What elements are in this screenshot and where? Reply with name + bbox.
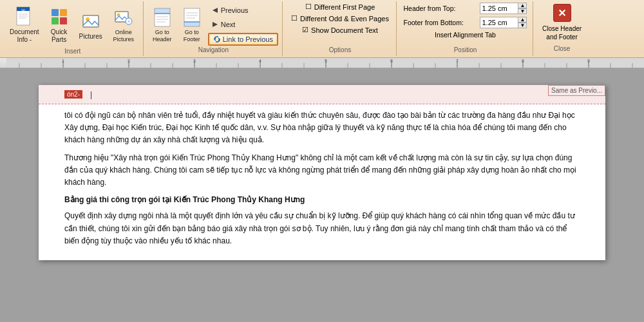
close-x-icon: ✕ [558, 7, 566, 19]
footer-from-bottom-value: 1.25 cm [482, 19, 507, 26]
different-odd-even-checkbox[interactable]: ☐ Different Odd & Even Pages [291, 14, 389, 23]
svg-marker-29 [213, 22, 218, 27]
online-pictures-button[interactable]: + Online Pictures [108, 3, 139, 48]
different-first-page-label: Different First Page [314, 3, 375, 11]
doc-paragraph-0: tôi có đội ngũ cán bộ nhân viên trẻ tuổi… [64, 109, 580, 147]
header-spin-up[interactable]: ▲ [518, 3, 527, 8]
position-group: Header from Top: 1.25 cm ▲ ▼ Footer from… [398, 1, 533, 56]
pictures-icon [80, 11, 101, 32]
go-to-header-icon [152, 7, 173, 28]
pictures-label: Pictures [79, 33, 102, 40]
doc-paragraph-3: Quyết định xây dựng ngôi nhà là một quyế… [64, 210, 580, 247]
same-as-prev-text: Same as Previo... [551, 87, 602, 94]
svg-text:5: 5 [325, 59, 327, 63]
footer-spin-up[interactable]: ▲ [518, 17, 527, 23]
go-to-header-button[interactable]: Go to Header [149, 4, 176, 46]
navigation-group: Go to Header Go to Footer [145, 1, 283, 56]
insert-label: Insert [64, 48, 80, 56]
next-button[interactable]: Next [208, 19, 278, 30]
svg-text:8: 8 [522, 59, 524, 63]
svg-rect-24 [184, 22, 200, 26]
navigation-group-content: Go to Header Go to Footer [149, 4, 278, 46]
svg-text:7: 7 [456, 59, 459, 63]
go-to-footer-label: Go to Footer [184, 29, 200, 43]
close-x-button[interactable]: ✕ [553, 4, 571, 22]
ribbon: W Document Info - [0, 0, 644, 58]
go-to-footer-button[interactable]: Go to Footer [178, 4, 205, 46]
show-document-text-checkbox[interactable]: ☑ Show Document Text [302, 26, 378, 34]
link-to-previous-button[interactable]: Link to Previous [208, 33, 278, 46]
quick-parts-button[interactable]: Quick Parts [45, 3, 73, 48]
header-from-top-row: Header from Top: 1.25 cm ▲ ▼ [403, 3, 527, 14]
document-info-button[interactable]: W Document Info - [6, 3, 43, 48]
svg-text:3: 3 [193, 59, 196, 63]
footer-spin-down[interactable]: ▼ [518, 23, 527, 28]
svg-rect-6 [52, 9, 59, 16]
previous-button[interactable]: Previous [208, 5, 278, 16]
online-pictures-icon: + [113, 7, 134, 28]
close-group: ✕ Close Header and Footer Close [535, 1, 589, 56]
options-group-content: ☐ Different First Page ☐ Different Odd &… [291, 3, 389, 46]
svg-text:9: 9 [587, 59, 590, 63]
insert-group: W Document Info - [3, 1, 144, 56]
header-from-top-spinner[interactable]: ▲ ▼ [518, 3, 527, 14]
footer-from-bottom-spinner[interactable]: ▲ ▼ [518, 17, 527, 28]
svg-text:2: 2 [128, 59, 130, 63]
show-document-text-check-icon: ☑ [302, 26, 308, 34]
header-from-top-label: Header from Top: [403, 5, 477, 12]
online-pictures-label: Online Pictures [113, 29, 134, 43]
show-document-text-label: Show Document Text [311, 26, 378, 34]
svg-point-13 [117, 14, 120, 17]
different-odd-even-check-icon: ☐ [291, 14, 298, 23]
svg-rect-9 [60, 17, 67, 24]
svg-marker-28 [213, 8, 218, 13]
document-page: ón2- | Same as Previo... tôi có đội ngũ … [39, 85, 605, 260]
close-label: Close [554, 45, 571, 53]
svg-rect-17 [155, 8, 170, 14]
svg-rect-7 [60, 9, 67, 16]
insert-group-content: W Document Info - [6, 3, 139, 48]
options-group: ☐ Different First Page ☐ Different Odd &… [284, 1, 397, 56]
document-info-label: Document Info - [10, 28, 39, 44]
navigation-label: Navigation [198, 46, 229, 55]
different-first-page-checkbox[interactable]: ☐ Different First Page [305, 3, 375, 11]
footer-from-bottom-label: Footer from Bottom: [403, 19, 477, 26]
quick-parts-label: Quick Parts [51, 28, 68, 44]
svg-text:1: 1 [62, 59, 64, 63]
svg-text:+: + [128, 19, 130, 24]
document-area: ón2- | Same as Previo... tôi có đội ngũ … [0, 68, 644, 322]
pictures-button[interactable]: Pictures [76, 3, 106, 48]
footer-from-bottom-input[interactable]: 1.25 cm [480, 17, 518, 28]
header-spin-down[interactable]: ▼ [518, 8, 527, 14]
quick-parts-icon [49, 6, 70, 27]
header-from-top-value: 1.25 cm [482, 5, 507, 12]
options-label: Options [329, 46, 351, 55]
doc-paragraph-1: Thương hiệu "Xây nhà trọn gói Kiến Trúc … [64, 152, 580, 189]
svg-text:4: 4 [259, 59, 261, 63]
svg-text:6: 6 [390, 59, 393, 63]
link-to-previous-label: Link to Previous [223, 35, 273, 43]
svg-text:W: W [21, 8, 25, 12]
footer-from-bottom-row: Footer from Bottom: 1.25 cm ▲ ▼ [403, 17, 527, 28]
insert-alignment-tab-label: Insert Alignment Tab [435, 31, 496, 39]
section-label: ón2- [64, 90, 82, 99]
same-as-prev-badge: Same as Previo... [548, 85, 605, 96]
position-label: Position [454, 46, 477, 55]
different-first-page-check-icon: ☐ [305, 3, 312, 11]
ruler: // Inline SVG script won't run, so we'll… [0, 58, 644, 68]
svg-rect-8 [52, 17, 59, 24]
header-from-top-input[interactable]: 1.25 cm [480, 3, 518, 14]
next-label: Next [221, 21, 236, 28]
insert-alignment-tab-row[interactable]: Insert Alignment Tab [435, 31, 496, 39]
doc-header-band: ón2- | Same as Previo... [39, 85, 605, 104]
header-cursor: | [90, 90, 92, 99]
go-to-header-label: Go to Header [153, 29, 172, 43]
position-group-content: Header from Top: 1.25 cm ▲ ▼ Footer from… [403, 3, 527, 46]
document-body[interactable]: tôi có đội ngũ cán bộ nhân viên trẻ tuổi… [39, 104, 605, 260]
close-header-footer-label: Close Header and Footer [542, 24, 582, 41]
different-odd-even-label: Different Odd & Even Pages [300, 15, 389, 23]
doc-paragraph-2: Bảng giá thi công trọn gói tại Kiến Trúc… [64, 194, 580, 206]
document-info-icon: W [14, 6, 35, 27]
close-group-content: ✕ Close Header and Footer [542, 4, 582, 45]
ruler-ticks: // Inline SVG script won't run, so we'll… [0, 58, 644, 68]
